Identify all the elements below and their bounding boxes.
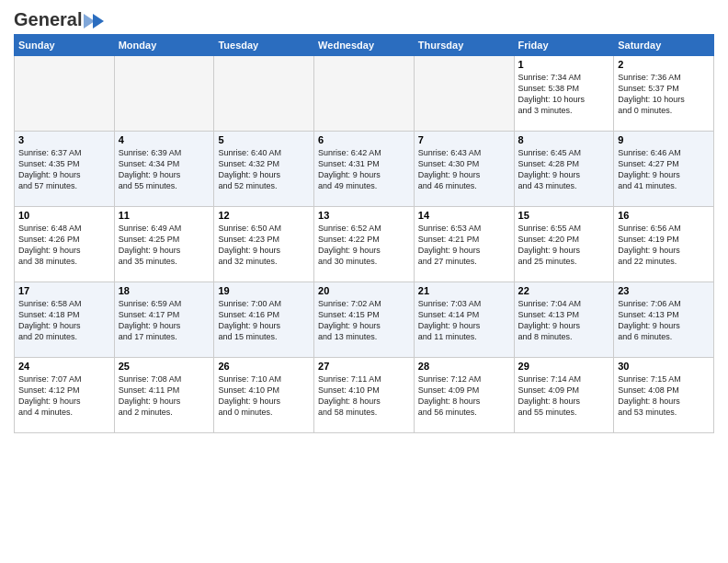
calendar-cell bbox=[314, 56, 415, 132]
day-number: 28 bbox=[418, 361, 510, 372]
day-number: 16 bbox=[618, 210, 710, 221]
day-number: 26 bbox=[218, 361, 310, 372]
week-row-5: 24Sunrise: 7:07 AM Sunset: 4:12 PM Dayli… bbox=[15, 358, 714, 433]
day-info: Sunrise: 7:34 AM Sunset: 5:38 PM Dayligh… bbox=[518, 72, 610, 117]
calendar-cell: 19Sunrise: 7:00 AM Sunset: 4:16 PM Dayli… bbox=[214, 282, 314, 358]
day-number: 27 bbox=[318, 361, 410, 372]
calendar-cell: 1Sunrise: 7:34 AM Sunset: 5:38 PM Daylig… bbox=[514, 56, 614, 132]
day-info: Sunrise: 7:36 AM Sunset: 5:37 PM Dayligh… bbox=[618, 72, 710, 117]
day-info: Sunrise: 6:37 AM Sunset: 4:35 PM Dayligh… bbox=[18, 147, 110, 192]
calendar-cell: 2Sunrise: 7:36 AM Sunset: 5:37 PM Daylig… bbox=[614, 56, 714, 132]
calendar-cell: 4Sunrise: 6:39 AM Sunset: 4:34 PM Daylig… bbox=[114, 132, 214, 207]
calendar-cell: 16Sunrise: 6:56 AM Sunset: 4:19 PM Dayli… bbox=[614, 207, 714, 282]
day-info: Sunrise: 7:11 AM Sunset: 4:10 PM Dayligh… bbox=[318, 373, 410, 419]
calendar-cell: 14Sunrise: 6:53 AM Sunset: 4:21 PM Dayli… bbox=[414, 207, 514, 282]
day-info: Sunrise: 6:43 AM Sunset: 4:30 PM Dayligh… bbox=[418, 147, 510, 192]
weekday-header-sunday: Sunday bbox=[15, 35, 115, 56]
day-info: Sunrise: 7:14 AM Sunset: 4:09 PM Dayligh… bbox=[518, 373, 610, 419]
calendar-cell bbox=[414, 56, 514, 132]
day-number: 2 bbox=[618, 59, 710, 70]
day-info: Sunrise: 6:50 AM Sunset: 4:23 PM Dayligh… bbox=[218, 223, 310, 268]
calendar-cell bbox=[114, 56, 214, 132]
day-info: Sunrise: 6:40 AM Sunset: 4:32 PM Dayligh… bbox=[218, 147, 310, 192]
calendar-table: SundayMondayTuesdayWednesdayThursdayFrid… bbox=[14, 34, 714, 433]
logo-text: General bbox=[14, 9, 82, 30]
calendar-cell: 11Sunrise: 6:49 AM Sunset: 4:25 PM Dayli… bbox=[114, 207, 214, 282]
day-number: 22 bbox=[518, 285, 610, 296]
weekday-header-friday: Friday bbox=[514, 35, 614, 56]
calendar-cell: 10Sunrise: 6:48 AM Sunset: 4:26 PM Dayli… bbox=[15, 207, 115, 282]
calendar-cell: 20Sunrise: 7:02 AM Sunset: 4:15 PM Dayli… bbox=[314, 282, 415, 358]
day-info: Sunrise: 6:45 AM Sunset: 4:28 PM Dayligh… bbox=[518, 147, 610, 192]
day-number: 10 bbox=[18, 210, 110, 221]
page-container: General SundayMondayTuesdayWednesdayThur… bbox=[0, 0, 728, 438]
calendar-cell: 9Sunrise: 6:46 AM Sunset: 4:27 PM Daylig… bbox=[614, 132, 714, 207]
week-row-2: 3Sunrise: 6:37 AM Sunset: 4:35 PM Daylig… bbox=[15, 132, 714, 207]
day-number: 15 bbox=[518, 210, 610, 221]
calendar-cell: 25Sunrise: 7:08 AM Sunset: 4:11 PM Dayli… bbox=[114, 358, 214, 433]
day-number: 17 bbox=[18, 285, 110, 296]
day-info: Sunrise: 7:04 AM Sunset: 4:13 PM Dayligh… bbox=[518, 298, 610, 343]
day-info: Sunrise: 7:06 AM Sunset: 4:13 PM Dayligh… bbox=[618, 298, 710, 343]
calendar-cell: 13Sunrise: 6:52 AM Sunset: 4:22 PM Dayli… bbox=[314, 207, 415, 282]
day-info: Sunrise: 7:08 AM Sunset: 4:11 PM Dayligh… bbox=[119, 373, 210, 419]
calendar-cell: 27Sunrise: 7:11 AM Sunset: 4:10 PM Dayli… bbox=[314, 358, 415, 433]
day-info: Sunrise: 7:03 AM Sunset: 4:14 PM Dayligh… bbox=[418, 298, 510, 343]
calendar-cell: 6Sunrise: 6:42 AM Sunset: 4:31 PM Daylig… bbox=[314, 132, 415, 207]
calendar-cell: 21Sunrise: 7:03 AM Sunset: 4:14 PM Dayli… bbox=[414, 282, 514, 358]
weekday-header-thursday: Thursday bbox=[414, 35, 514, 56]
calendar-cell bbox=[15, 56, 115, 132]
calendar-cell: 12Sunrise: 6:50 AM Sunset: 4:23 PM Dayli… bbox=[214, 207, 314, 282]
calendar-cell: 28Sunrise: 7:12 AM Sunset: 4:09 PM Dayli… bbox=[414, 358, 514, 433]
day-number: 6 bbox=[318, 134, 410, 145]
weekday-header-saturday: Saturday bbox=[614, 35, 714, 56]
day-info: Sunrise: 6:58 AM Sunset: 4:18 PM Dayligh… bbox=[18, 298, 110, 343]
day-number: 23 bbox=[618, 285, 710, 296]
calendar-cell: 26Sunrise: 7:10 AM Sunset: 4:10 PM Dayli… bbox=[214, 358, 314, 433]
week-row-1: 1Sunrise: 7:34 AM Sunset: 5:38 PM Daylig… bbox=[15, 56, 714, 132]
weekday-header-monday: Monday bbox=[114, 35, 214, 56]
day-info: Sunrise: 7:07 AM Sunset: 4:12 PM Dayligh… bbox=[18, 373, 110, 419]
day-number: 24 bbox=[18, 361, 110, 372]
calendar-cell bbox=[214, 56, 314, 132]
calendar-cell: 22Sunrise: 7:04 AM Sunset: 4:13 PM Dayli… bbox=[514, 282, 614, 358]
day-number: 11 bbox=[119, 210, 210, 221]
calendar-cell: 7Sunrise: 6:43 AM Sunset: 4:30 PM Daylig… bbox=[414, 132, 514, 207]
logo-icon bbox=[84, 12, 104, 29]
day-number: 20 bbox=[318, 285, 410, 296]
day-info: Sunrise: 6:59 AM Sunset: 4:17 PM Dayligh… bbox=[119, 298, 210, 343]
calendar-cell: 8Sunrise: 6:45 AM Sunset: 4:28 PM Daylig… bbox=[514, 132, 614, 207]
weekday-header-wednesday: Wednesday bbox=[314, 35, 415, 56]
day-number: 13 bbox=[318, 210, 410, 221]
day-number: 9 bbox=[618, 134, 710, 145]
day-number: 18 bbox=[119, 285, 210, 296]
day-number: 14 bbox=[418, 210, 510, 221]
day-info: Sunrise: 6:52 AM Sunset: 4:22 PM Dayligh… bbox=[318, 223, 410, 268]
day-info: Sunrise: 7:12 AM Sunset: 4:09 PM Dayligh… bbox=[418, 373, 510, 419]
day-number: 29 bbox=[518, 361, 610, 372]
day-info: Sunrise: 7:10 AM Sunset: 4:10 PM Dayligh… bbox=[218, 373, 310, 419]
day-info: Sunrise: 6:42 AM Sunset: 4:31 PM Dayligh… bbox=[318, 147, 410, 192]
calendar-cell: 30Sunrise: 7:15 AM Sunset: 4:08 PM Dayli… bbox=[614, 358, 714, 433]
weekday-header-tuesday: Tuesday bbox=[214, 35, 314, 56]
week-row-3: 10Sunrise: 6:48 AM Sunset: 4:26 PM Dayli… bbox=[15, 207, 714, 282]
calendar-cell: 5Sunrise: 6:40 AM Sunset: 4:32 PM Daylig… bbox=[214, 132, 314, 207]
day-number: 5 bbox=[218, 134, 310, 145]
calendar-cell: 18Sunrise: 6:59 AM Sunset: 4:17 PM Dayli… bbox=[114, 282, 214, 358]
calendar-cell: 29Sunrise: 7:14 AM Sunset: 4:09 PM Dayli… bbox=[514, 358, 614, 433]
day-info: Sunrise: 6:53 AM Sunset: 4:21 PM Dayligh… bbox=[418, 223, 510, 268]
day-info: Sunrise: 7:15 AM Sunset: 4:08 PM Dayligh… bbox=[618, 373, 710, 419]
day-number: 4 bbox=[119, 134, 210, 145]
day-info: Sunrise: 6:46 AM Sunset: 4:27 PM Dayligh… bbox=[618, 147, 710, 192]
day-number: 30 bbox=[618, 361, 710, 372]
day-info: Sunrise: 6:55 AM Sunset: 4:20 PM Dayligh… bbox=[518, 223, 610, 268]
calendar-cell: 23Sunrise: 7:06 AM Sunset: 4:13 PM Dayli… bbox=[614, 282, 714, 358]
day-number: 21 bbox=[418, 285, 510, 296]
day-info: Sunrise: 6:48 AM Sunset: 4:26 PM Dayligh… bbox=[18, 223, 110, 268]
header: General bbox=[14, 9, 714, 27]
day-number: 7 bbox=[418, 134, 510, 145]
day-info: Sunrise: 6:49 AM Sunset: 4:25 PM Dayligh… bbox=[119, 223, 210, 268]
calendar-cell: 3Sunrise: 6:37 AM Sunset: 4:35 PM Daylig… bbox=[15, 132, 115, 207]
logo: General bbox=[14, 9, 104, 27]
calendar-cell: 17Sunrise: 6:58 AM Sunset: 4:18 PM Dayli… bbox=[15, 282, 115, 358]
